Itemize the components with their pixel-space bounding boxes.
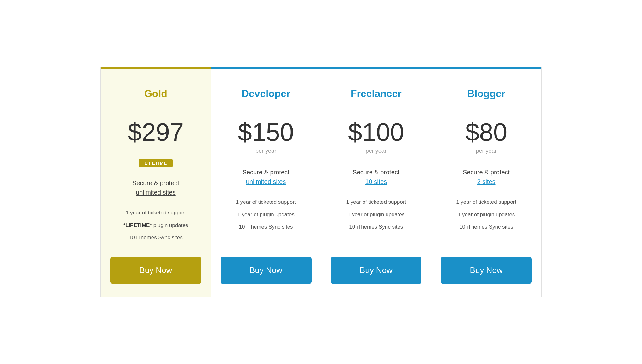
buy-button-container-freelancer: Buy Now [331,244,422,284]
sites-text-blogger: Secure & protect 2 sites [441,169,532,186]
plan-period-blogger: per year [476,148,497,156]
plan-price-gold: $297 [128,118,184,146]
sites-link-blogger[interactable]: 2 sites [441,177,532,186]
plan-price-developer: $150 [238,118,294,146]
buy-button-container-gold: Buy Now [110,244,201,284]
feature-item: 10 iThemes Sync sites [441,221,532,233]
feature-item: 1 year of ticketed support [110,207,201,219]
buy-now-button-freelancer[interactable]: Buy Now [331,257,422,284]
lifetime-badge: LIFETIME [139,159,173,167]
sites-text-developer: Secure & protect unlimited sites [221,169,312,186]
plan-description-blogger: Secure & protect 2 sites [441,168,532,186]
plan-freelancer: Freelancer $100 per year Secure & protec… [321,67,432,297]
plan-header-freelancer: Freelancer [331,80,422,106]
plan-description-gold: Secure & protect unlimited sites [110,178,201,197]
buy-now-button-gold[interactable]: Buy Now [110,257,201,284]
plan-description-freelancer: Secure & protect 10 sites [331,168,422,186]
feature-item: 10 iThemes Sync sites [110,231,201,244]
sites-link-gold[interactable]: unlimited sites [110,188,201,197]
plan-name-developer: Developer [221,88,312,100]
plan-name-gold: Gold [110,88,201,100]
plan-description-developer: Secure & protect unlimited sites [221,168,312,186]
plan-header-gold: Gold [110,80,201,106]
buy-button-container-blogger: Buy Now [441,244,532,284]
pricing-table: Gold $297 LIFETIME Secure & protect unli… [100,67,542,297]
plan-features-gold: 1 year of ticketed support*LIFETIME* plu… [110,207,201,244]
buy-now-button-developer[interactable]: Buy Now [221,257,312,284]
feature-item: 1 year of plugin updates [331,208,422,221]
sites-link-freelancer[interactable]: 10 sites [331,177,422,186]
plan-price-blogger: $80 [465,118,507,146]
plan-developer: Developer $150 per year Secure & protect… [211,67,321,297]
feature-item: 1 year of ticketed support [331,196,422,208]
feature-item: 1 year of plugin updates [221,208,312,221]
plan-name-blogger: Blogger [441,88,532,100]
sites-link-developer[interactable]: unlimited sites [221,177,312,186]
feature-item: 1 year of ticketed support [221,196,312,208]
sites-text-freelancer: Secure & protect 10 sites [331,169,422,186]
feature-item: 1 year of plugin updates [441,208,532,221]
sites-text-gold: Secure & protect unlimited sites [110,179,201,197]
plan-features-blogger: 1 year of ticketed support1 year of plug… [441,196,532,233]
buy-button-container-developer: Buy Now [221,244,312,284]
feature-item: 10 iThemes Sync sites [221,221,312,233]
feature-item: *LIFETIME* plugin updates [110,219,201,232]
plan-header-developer: Developer [221,80,312,106]
plan-gold: Gold $297 LIFETIME Secure & protect unli… [101,67,211,297]
plan-period-developer: per year [255,148,276,156]
feature-item: 1 year of ticketed support [441,196,532,208]
feature-item: 10 iThemes Sync sites [331,221,422,233]
plan-header-blogger: Blogger [441,80,532,106]
plan-blogger: Blogger $80 per year Secure & protect 2 … [431,67,541,297]
plan-name-freelancer: Freelancer [331,88,422,100]
plan-features-developer: 1 year of ticketed support1 year of plug… [221,196,312,233]
plan-price-freelancer: $100 [348,118,404,146]
buy-now-button-blogger[interactable]: Buy Now [441,257,532,284]
plan-period-freelancer: per year [366,148,387,156]
plan-features-freelancer: 1 year of ticketed support1 year of plug… [331,196,422,233]
